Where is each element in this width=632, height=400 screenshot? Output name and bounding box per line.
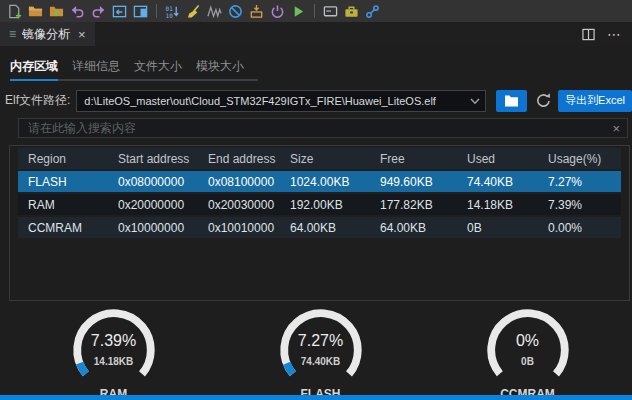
table-cell: 0x20000000 xyxy=(108,198,198,212)
power-icon[interactable] xyxy=(267,1,288,21)
gauge-percent: 7.39% xyxy=(68,332,160,350)
export-excel-button[interactable]: 导出到Excel xyxy=(558,90,632,112)
gauge-used: 0B xyxy=(482,356,574,367)
table-header-row: Region Start address End address Size Fr… xyxy=(18,148,621,169)
refresh-icon[interactable] xyxy=(535,92,552,109)
table-cell: 1024.00KB xyxy=(280,175,370,189)
memory-region-panel: Region Start address End address Size Fr… xyxy=(9,145,630,301)
redo-icon[interactable] xyxy=(88,1,109,21)
column-header[interactable]: Free xyxy=(370,152,457,166)
list-icon: ≡ xyxy=(9,27,16,41)
editor-tab-bar: ≡ 镜像分析 × ⋯ xyxy=(0,22,632,46)
window-arrow-icon[interactable] xyxy=(109,1,130,21)
toolbar-separator xyxy=(314,4,315,18)
link-icon[interactable] xyxy=(362,1,383,21)
import-folder-icon[interactable] xyxy=(46,1,67,21)
table-cell: 0.00% xyxy=(538,221,621,235)
tab-title: 镜像分析 xyxy=(22,26,70,43)
column-header[interactable]: End address xyxy=(198,152,280,166)
flash-download-icon[interactable] xyxy=(246,1,267,21)
open-folder-icon[interactable] xyxy=(25,1,46,21)
table-cell: 0B xyxy=(457,221,538,235)
toolbox-icon[interactable] xyxy=(341,1,362,21)
gauge-used: 14.18KB xyxy=(68,356,160,367)
table-cell: 0x10010000 xyxy=(198,221,280,235)
gauge-ring xyxy=(482,304,574,396)
table-cell: 0x08000000 xyxy=(108,175,198,189)
gauge-ccmram: 0% 0B CCMRAM xyxy=(424,304,631,400)
bottom-accent-bar xyxy=(0,395,632,400)
subtab-memory-region[interactable]: 内存区域 xyxy=(10,53,58,81)
table-cell: 0x10000000 xyxy=(108,221,198,235)
clean-broom-icon[interactable] xyxy=(183,1,204,21)
gauge-ring xyxy=(275,304,367,396)
wave-icon[interactable] xyxy=(204,1,225,21)
run-icon[interactable] xyxy=(288,1,309,21)
undo-icon[interactable] xyxy=(67,1,88,21)
usage-gauges: 7.39% 14.18KB RAM 7.27% 74.40KB FLASH 0%… xyxy=(0,304,632,400)
search-input[interactable] xyxy=(26,120,612,136)
table-cell: 177.82KB xyxy=(370,198,457,212)
svg-text:01: 01 xyxy=(165,4,173,11)
clear-search-icon[interactable]: × xyxy=(612,121,620,136)
folder-icon xyxy=(504,94,519,107)
table-cell: FLASH xyxy=(18,175,108,189)
subtab-module-size[interactable]: 模块大小 xyxy=(196,53,244,79)
more-actions-icon[interactable]: ⋯ xyxy=(607,26,622,42)
sort-numeric-icon[interactable]: 0110 xyxy=(162,1,183,21)
view-subtabs: 内存区域 详细信息 文件大小 模块大小 xyxy=(10,53,258,81)
gauge-percent: 7.27% xyxy=(275,332,367,350)
table-cell: RAM xyxy=(18,198,108,212)
elf-path-label: Elf文件路径: xyxy=(5,92,70,109)
table-cell: 7.39% xyxy=(538,198,621,212)
column-header[interactable]: Usage(%) xyxy=(538,152,621,166)
chevron-down-icon xyxy=(470,98,480,105)
column-header[interactable]: Used xyxy=(457,152,538,166)
serial-monitor-icon[interactable] xyxy=(320,1,341,21)
elf-path-combobox[interactable]: d:\LiteOS_master\out\Cloud_STM32F429IGTx… xyxy=(76,90,486,112)
column-header[interactable]: Region xyxy=(18,152,108,166)
gauge-flash: 7.27% 74.40KB FLASH xyxy=(217,304,424,400)
disable-icon[interactable] xyxy=(225,1,246,21)
table-cell: 192.00KB xyxy=(280,198,370,212)
table-cell: 64.00KB xyxy=(280,221,370,235)
gauge-ram: 7.39% 14.18KB RAM xyxy=(10,304,217,400)
table-row-flash[interactable]: FLASH 0x08000000 0x08100000 1024.00KB 94… xyxy=(18,171,621,192)
table-cell: 949.60KB xyxy=(370,175,457,189)
table-cell: 7.27% xyxy=(538,175,621,189)
new-file-icon[interactable] xyxy=(4,1,25,21)
elf-path-bar: Elf文件路径: d:\LiteOS_master\out\Cloud_STM3… xyxy=(5,89,632,112)
split-editor-icon[interactable] xyxy=(582,28,595,41)
table-cell: 74.40KB xyxy=(457,175,538,189)
column-header[interactable]: Size xyxy=(280,152,370,166)
table-row-ram[interactable]: RAM 0x20000000 0x20030000 192.00KB 177.8… xyxy=(18,194,621,215)
table-row-ccmram[interactable]: CCMRAM 0x10000000 0x10010000 64.00KB 64.… xyxy=(18,217,621,238)
close-icon[interactable]: × xyxy=(78,27,86,42)
toolbar-separator xyxy=(156,4,157,18)
table-cell: 64.00KB xyxy=(370,221,457,235)
table-cell: 0x08100000 xyxy=(198,175,280,189)
table-cell: 0x20030000 xyxy=(198,198,280,212)
table-cell: 14.18KB xyxy=(457,198,538,212)
search-box: × xyxy=(18,118,628,138)
subtab-file-size[interactable]: 文件大小 xyxy=(134,53,182,79)
gauge-used: 74.40KB xyxy=(275,356,367,367)
browse-folder-button[interactable] xyxy=(496,90,527,112)
gauge-percent: 0% xyxy=(482,332,574,350)
gauge-ring xyxy=(68,304,160,396)
subtab-details[interactable]: 详细信息 xyxy=(72,53,120,79)
main-toolbar: 0110 xyxy=(0,0,632,22)
table-cell: CCMRAM xyxy=(18,221,108,235)
elf-path-value: d:\LiteOS_master\out\Cloud_STM32F429IGTx… xyxy=(84,95,436,107)
tab-image-analysis[interactable]: ≡ 镜像分析 × xyxy=(0,22,95,46)
tab-bar-actions: ⋯ xyxy=(582,22,632,46)
svg-text:10: 10 xyxy=(165,12,173,19)
column-header[interactable]: Start address xyxy=(108,152,198,166)
window-fill-icon[interactable] xyxy=(130,1,151,21)
